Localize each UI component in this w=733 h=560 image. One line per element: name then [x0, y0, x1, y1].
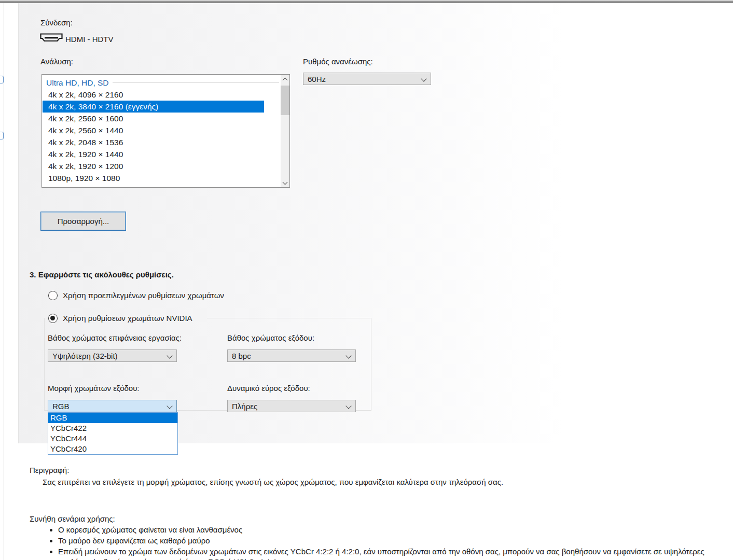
scenarios-list: Ο κορεσμός χρώματος φαίνεται να είναι λα… [43, 525, 733, 560]
output-color-depth-select[interactable]: 8 bpc [227, 349, 356, 362]
connection-value: HDMI - HDTV [65, 34, 114, 44]
scroll-down-icon[interactable] [281, 178, 289, 187]
scrollbar-thumb[interactable] [281, 86, 289, 115]
output-dynamic-range-select[interactable]: Πλήρες [227, 400, 356, 412]
hdmi-connector-icon [39, 32, 64, 44]
nvidia-color-settings-group [44, 318, 371, 411]
refresh-rate-select[interactable]: 60Hz [303, 73, 431, 85]
refresh-rate-label: Ρυθμός ανανέωσης: [303, 57, 373, 66]
description-heading: Περιγραφή: [30, 465, 69, 475]
scenario-bullet: Επειδή μειώνουν το χρώμα των δεδομένων χ… [58, 547, 733, 560]
output-color-depth-label: Βάθος χρώματος εξόδου: [227, 333, 314, 343]
resolution-list-item[interactable]: 1080p, 1920 × 1080 [43, 172, 281, 184]
resolution-list-item[interactable]: 4k x 2k, 2048 × 1536 [43, 136, 281, 148]
refresh-rate-value: 60Hz [308, 75, 326, 83]
resolution-list-scrollbar[interactable] [281, 75, 289, 187]
clipped-tree-toggle-icon[interactable] [0, 76, 4, 83]
apply-settings-heading: 3. Εφαρμόστε τις ακόλουθες ρυθμίσεις. [30, 270, 174, 279]
desktop-color-depth-value: Υψηλότερη (32-bit) [52, 352, 118, 360]
chevron-down-icon [167, 403, 172, 409]
chevron-down-icon [345, 353, 351, 358]
dropdown-option[interactable]: YCbCr422 [48, 423, 177, 433]
desktop-color-depth-select[interactable]: Υψηλότερη (32-bit) [48, 349, 177, 362]
radio-default-colors[interactable] [48, 291, 58, 300]
output-color-depth-value: 8 bpc [232, 352, 251, 360]
chevron-down-icon [421, 76, 426, 81]
scroll-up-icon[interactable] [281, 75, 289, 83]
chevron-down-icon [167, 353, 172, 358]
scenario-bullet: Ο κορεσμός χρώματος φαίνεται να είναι λα… [58, 525, 733, 535]
resolution-list-item[interactable]: 4k x 2k, 2560 × 1600 [43, 113, 281, 124]
resolution-list-item[interactable]: 4k x 2k, 1920 × 1200 [43, 160, 281, 172]
customize-button[interactable]: Προσαρμογή... [40, 212, 126, 231]
desktop-color-depth-label: Βάθος χρώματος επιφάνειας εργασίας: [48, 333, 182, 343]
resolution-list-item[interactable]: 4k x 2k, 1920 × 1440 [43, 148, 281, 160]
output-color-format-label: Μορφή χρωμάτων εξόδου: [48, 383, 140, 393]
resolution-list-item[interactable]: 4k x 2k, 1600 × 1200 [43, 184, 281, 188]
radio-default-colors-label[interactable]: Χρήση προεπιλεγμένων ρυθμίσεων χρωμάτων [63, 291, 224, 300]
dropdown-option[interactable]: RGB [48, 413, 177, 423]
resolution-list[interactable]: Ultra HD, HD, SD4k x 2k, 4096 × 21604k x… [42, 74, 290, 188]
resolution-list-items: Ultra HD, HD, SD4k x 2k, 4096 × 21604k x… [43, 77, 281, 188]
connection-label: Σύνδεση: [40, 18, 73, 27]
nvidia-color-settings-group-border [207, 318, 371, 318]
output-color-format-select[interactable]: RGB [48, 400, 177, 412]
dropdown-option[interactable]: YCbCr420 [48, 444, 177, 454]
scenario-bullet: Το μαύρο δεν εμφανίζεται ως καθαρό μαύρο [58, 536, 733, 546]
resolution-group-header: Ultra HD, HD, SD [43, 77, 281, 89]
description-body: Σας επιτρέπει να επιλέγετε τη μορφή χρώμ… [43, 477, 727, 487]
radio-nvidia-colors-label[interactable]: Χρήση ρυθμίσεων χρωμάτων NVIDIA [63, 314, 192, 323]
left-panel-edge [4, 3, 4, 560]
output-dynamic-range-label: Δυναμικό εύρος εξόδου: [227, 383, 310, 393]
resolution-list-item[interactable]: 4k x 2k, 4096 × 2160 [43, 89, 281, 101]
dropdown-option[interactable]: YCbCr444 [48, 433, 177, 444]
resolution-label: Ανάλυση: [40, 57, 73, 66]
nvidia-control-panel-page: Σύνδεση: HDMI - HDTV Ανάλυση: Ultra HD, … [0, 0, 733, 560]
output-dynamic-range-value: Πλήρες [232, 402, 257, 411]
scenarios-heading: Συνήθη σενάρια χρήσης: [30, 514, 115, 524]
resolution-list-item[interactable]: 4k x 2k, 2560 × 1440 [43, 124, 281, 136]
resolution-list-item[interactable]: 4k x 2k, 3840 × 2160 (εγγενής) [43, 101, 264, 113]
clipped-tree-toggle-icon[interactable] [0, 132, 4, 139]
output-format-dropdown[interactable]: RGBYCbCr422YCbCr444YCbCr420 [48, 412, 178, 455]
output-color-format-value: RGB [52, 402, 70, 411]
chevron-down-icon [345, 403, 351, 409]
radio-nvidia-colors[interactable] [48, 314, 58, 323]
